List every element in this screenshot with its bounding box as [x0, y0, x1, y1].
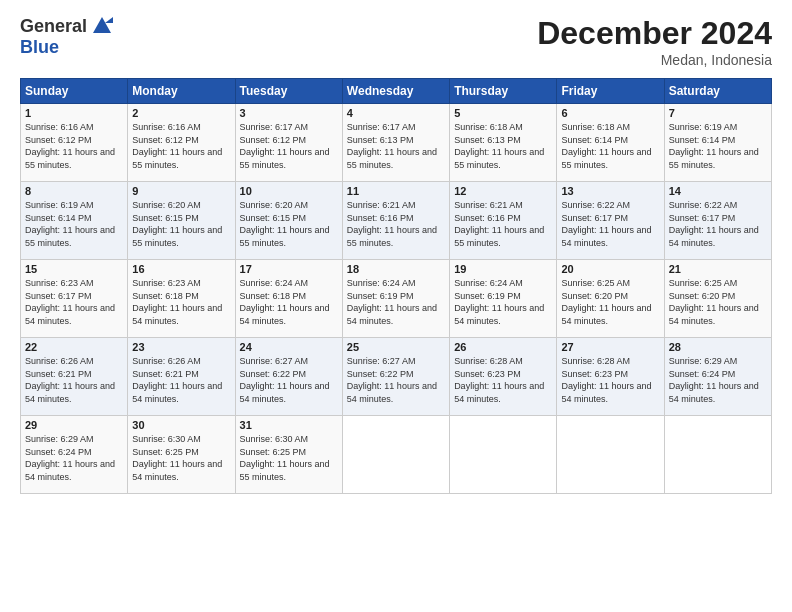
day-info: Sunrise: 6:19 AMSunset: 6:14 PMDaylight:…	[25, 200, 115, 248]
calendar-header-row: SundayMondayTuesdayWednesdayThursdayFrid…	[21, 79, 772, 104]
day-number: 19	[454, 263, 552, 275]
month-title: December 2024	[537, 15, 772, 52]
calendar-table: SundayMondayTuesdayWednesdayThursdayFrid…	[20, 78, 772, 494]
day-info: Sunrise: 6:21 AMSunset: 6:16 PMDaylight:…	[347, 200, 437, 248]
day-number: 29	[25, 419, 123, 431]
day-number: 14	[669, 185, 767, 197]
calendar-cell: 10 Sunrise: 6:20 AMSunset: 6:15 PMDaylig…	[235, 182, 342, 260]
calendar-cell: 12 Sunrise: 6:21 AMSunset: 6:16 PMDaylig…	[450, 182, 557, 260]
calendar-cell: 9 Sunrise: 6:20 AMSunset: 6:15 PMDayligh…	[128, 182, 235, 260]
day-info: Sunrise: 6:19 AMSunset: 6:14 PMDaylight:…	[669, 122, 759, 170]
day-info: Sunrise: 6:23 AMSunset: 6:18 PMDaylight:…	[132, 278, 222, 326]
svg-marker-0	[93, 17, 111, 33]
day-number: 20	[561, 263, 659, 275]
day-info: Sunrise: 6:24 AMSunset: 6:19 PMDaylight:…	[347, 278, 437, 326]
calendar-cell: 7 Sunrise: 6:19 AMSunset: 6:14 PMDayligh…	[664, 104, 771, 182]
day-number: 5	[454, 107, 552, 119]
calendar-cell: 24 Sunrise: 6:27 AMSunset: 6:22 PMDaylig…	[235, 338, 342, 416]
calendar-cell: 20 Sunrise: 6:25 AMSunset: 6:20 PMDaylig…	[557, 260, 664, 338]
calendar-cell: 30 Sunrise: 6:30 AMSunset: 6:25 PMDaylig…	[128, 416, 235, 494]
calendar-cell: 27 Sunrise: 6:28 AMSunset: 6:23 PMDaylig…	[557, 338, 664, 416]
logo-icon	[91, 15, 113, 37]
day-info: Sunrise: 6:22 AMSunset: 6:17 PMDaylight:…	[669, 200, 759, 248]
header: General Blue December 2024 Medan, Indone…	[20, 15, 772, 68]
day-info: Sunrise: 6:29 AMSunset: 6:24 PMDaylight:…	[669, 356, 759, 404]
calendar-cell: 15 Sunrise: 6:23 AMSunset: 6:17 PMDaylig…	[21, 260, 128, 338]
day-number: 27	[561, 341, 659, 353]
day-number: 12	[454, 185, 552, 197]
day-number: 30	[132, 419, 230, 431]
day-number: 23	[132, 341, 230, 353]
calendar-cell: 19 Sunrise: 6:24 AMSunset: 6:19 PMDaylig…	[450, 260, 557, 338]
calendar-cell	[557, 416, 664, 494]
calendar-cell: 4 Sunrise: 6:17 AMSunset: 6:13 PMDayligh…	[342, 104, 449, 182]
calendar-cell: 22 Sunrise: 6:26 AMSunset: 6:21 PMDaylig…	[21, 338, 128, 416]
calendar-cell	[450, 416, 557, 494]
calendar-week-4: 22 Sunrise: 6:26 AMSunset: 6:21 PMDaylig…	[21, 338, 772, 416]
day-info: Sunrise: 6:22 AMSunset: 6:17 PMDaylight:…	[561, 200, 651, 248]
day-header-wednesday: Wednesday	[342, 79, 449, 104]
day-header-saturday: Saturday	[664, 79, 771, 104]
day-info: Sunrise: 6:17 AMSunset: 6:13 PMDaylight:…	[347, 122, 437, 170]
calendar-cell: 3 Sunrise: 6:17 AMSunset: 6:12 PMDayligh…	[235, 104, 342, 182]
day-number: 6	[561, 107, 659, 119]
logo-blue-text: Blue	[20, 37, 59, 58]
calendar-cell: 18 Sunrise: 6:24 AMSunset: 6:19 PMDaylig…	[342, 260, 449, 338]
calendar-cell: 13 Sunrise: 6:22 AMSunset: 6:17 PMDaylig…	[557, 182, 664, 260]
calendar-cell: 31 Sunrise: 6:30 AMSunset: 6:25 PMDaylig…	[235, 416, 342, 494]
day-number: 26	[454, 341, 552, 353]
day-info: Sunrise: 6:24 AMSunset: 6:18 PMDaylight:…	[240, 278, 330, 326]
day-info: Sunrise: 6:17 AMSunset: 6:12 PMDaylight:…	[240, 122, 330, 170]
day-info: Sunrise: 6:27 AMSunset: 6:22 PMDaylight:…	[240, 356, 330, 404]
day-number: 1	[25, 107, 123, 119]
day-number: 15	[25, 263, 123, 275]
title-area: December 2024 Medan, Indonesia	[537, 15, 772, 68]
day-info: Sunrise: 6:23 AMSunset: 6:17 PMDaylight:…	[25, 278, 115, 326]
day-number: 7	[669, 107, 767, 119]
day-info: Sunrise: 6:28 AMSunset: 6:23 PMDaylight:…	[561, 356, 651, 404]
day-number: 16	[132, 263, 230, 275]
day-info: Sunrise: 6:30 AMSunset: 6:25 PMDaylight:…	[132, 434, 222, 482]
calendar-cell: 23 Sunrise: 6:26 AMSunset: 6:21 PMDaylig…	[128, 338, 235, 416]
day-info: Sunrise: 6:26 AMSunset: 6:21 PMDaylight:…	[25, 356, 115, 404]
day-header-friday: Friday	[557, 79, 664, 104]
calendar-cell: 17 Sunrise: 6:24 AMSunset: 6:18 PMDaylig…	[235, 260, 342, 338]
day-info: Sunrise: 6:18 AMSunset: 6:13 PMDaylight:…	[454, 122, 544, 170]
calendar-cell: 14 Sunrise: 6:22 AMSunset: 6:17 PMDaylig…	[664, 182, 771, 260]
day-info: Sunrise: 6:25 AMSunset: 6:20 PMDaylight:…	[561, 278, 651, 326]
calendar-cell	[342, 416, 449, 494]
day-number: 22	[25, 341, 123, 353]
day-number: 17	[240, 263, 338, 275]
calendar-cell: 25 Sunrise: 6:27 AMSunset: 6:22 PMDaylig…	[342, 338, 449, 416]
day-info: Sunrise: 6:28 AMSunset: 6:23 PMDaylight:…	[454, 356, 544, 404]
day-number: 24	[240, 341, 338, 353]
day-header-thursday: Thursday	[450, 79, 557, 104]
day-number: 21	[669, 263, 767, 275]
calendar-cell: 8 Sunrise: 6:19 AMSunset: 6:14 PMDayligh…	[21, 182, 128, 260]
logo-general-text: General	[20, 16, 87, 37]
day-header-tuesday: Tuesday	[235, 79, 342, 104]
day-info: Sunrise: 6:16 AMSunset: 6:12 PMDaylight:…	[132, 122, 222, 170]
day-number: 8	[25, 185, 123, 197]
calendar-week-2: 8 Sunrise: 6:19 AMSunset: 6:14 PMDayligh…	[21, 182, 772, 260]
day-number: 28	[669, 341, 767, 353]
calendar-week-1: 1 Sunrise: 6:16 AMSunset: 6:12 PMDayligh…	[21, 104, 772, 182]
day-info: Sunrise: 6:16 AMSunset: 6:12 PMDaylight:…	[25, 122, 115, 170]
day-number: 18	[347, 263, 445, 275]
day-number: 9	[132, 185, 230, 197]
day-number: 2	[132, 107, 230, 119]
logo: General Blue	[20, 15, 113, 58]
page: General Blue December 2024 Medan, Indone…	[0, 0, 792, 612]
day-info: Sunrise: 6:29 AMSunset: 6:24 PMDaylight:…	[25, 434, 115, 482]
calendar-week-5: 29 Sunrise: 6:29 AMSunset: 6:24 PMDaylig…	[21, 416, 772, 494]
calendar-cell: 6 Sunrise: 6:18 AMSunset: 6:14 PMDayligh…	[557, 104, 664, 182]
calendar-cell: 28 Sunrise: 6:29 AMSunset: 6:24 PMDaylig…	[664, 338, 771, 416]
day-header-sunday: Sunday	[21, 79, 128, 104]
svg-marker-1	[105, 17, 113, 23]
day-info: Sunrise: 6:26 AMSunset: 6:21 PMDaylight:…	[132, 356, 222, 404]
day-info: Sunrise: 6:20 AMSunset: 6:15 PMDaylight:…	[240, 200, 330, 248]
day-header-monday: Monday	[128, 79, 235, 104]
day-number: 10	[240, 185, 338, 197]
day-number: 4	[347, 107, 445, 119]
calendar-cell: 29 Sunrise: 6:29 AMSunset: 6:24 PMDaylig…	[21, 416, 128, 494]
